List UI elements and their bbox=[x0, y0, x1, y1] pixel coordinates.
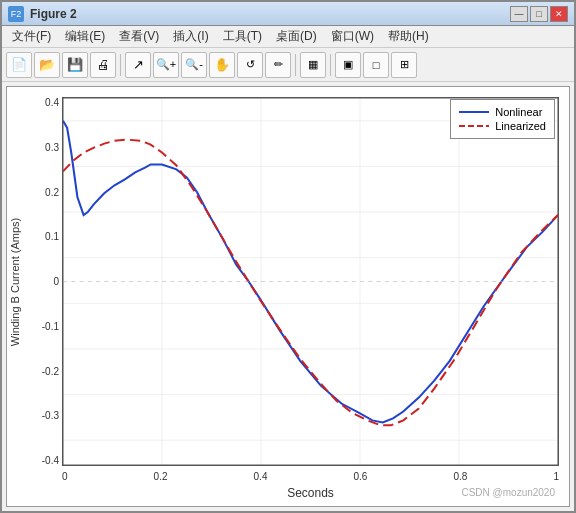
menu-insert[interactable]: 插入(I) bbox=[167, 26, 214, 47]
x-tick-0: 0 bbox=[62, 471, 68, 482]
nonlinear-curve bbox=[63, 121, 558, 423]
y-tick-5: -0.1 bbox=[42, 321, 59, 332]
y-tick-3: 0.1 bbox=[45, 231, 59, 242]
linearized-label: Linearized bbox=[495, 120, 546, 132]
menu-tools[interactable]: 工具(T) bbox=[217, 26, 268, 47]
legend-item-linearized: Linearized bbox=[459, 120, 546, 132]
toolbar-separator-3 bbox=[330, 54, 331, 76]
x-tick-4: 0.8 bbox=[453, 471, 467, 482]
legend-button[interactable]: ⊞ bbox=[391, 52, 417, 78]
select-tool-button[interactable]: ↗ bbox=[125, 52, 151, 78]
y-tick-6: -0.2 bbox=[42, 366, 59, 377]
plot-svg bbox=[63, 98, 558, 465]
legend: Nonlinear Linearized bbox=[450, 99, 555, 139]
title-controls: — □ ✕ bbox=[510, 6, 568, 22]
toolbar-separator-2 bbox=[295, 54, 296, 76]
menu-view[interactable]: 查看(V) bbox=[113, 26, 165, 47]
insert-colorbar-button[interactable]: ▦ bbox=[300, 52, 326, 78]
minimize-button[interactable]: — bbox=[510, 6, 528, 22]
x-tick-1: 0.2 bbox=[154, 471, 168, 482]
title-bar-left: F2 Figure 2 bbox=[8, 6, 77, 22]
window-icon: F2 bbox=[8, 6, 24, 22]
rotate-button[interactable]: ↺ bbox=[237, 52, 263, 78]
save-button[interactable]: 💾 bbox=[62, 52, 88, 78]
main-window: F2 Figure 2 — □ ✕ 文件(F) 编辑(E) 查看(V) 插入(I… bbox=[0, 0, 576, 513]
plot-box-button[interactable]: □ bbox=[363, 52, 389, 78]
menu-window[interactable]: 窗口(W) bbox=[325, 26, 380, 47]
x-tick-2: 0.4 bbox=[254, 471, 268, 482]
plot-canvas bbox=[62, 97, 559, 466]
zoom-out-button[interactable]: 🔍- bbox=[181, 52, 207, 78]
plot-area: Winding B Current (Amps) 0.4 0.3 0.2 0.1… bbox=[6, 86, 570, 507]
pan-button[interactable]: ✋ bbox=[209, 52, 235, 78]
y-tick-2: 0.2 bbox=[45, 187, 59, 198]
new-figure-button[interactable]: 📄 bbox=[6, 52, 32, 78]
axes-grid-button[interactable]: ▣ bbox=[335, 52, 361, 78]
nonlinear-legend-icon bbox=[459, 107, 489, 117]
x-tick-labels: 0 0.2 0.4 0.6 0.8 1 bbox=[62, 468, 559, 484]
open-button[interactable]: 📂 bbox=[34, 52, 60, 78]
legend-item-nonlinear: Nonlinear bbox=[459, 106, 546, 118]
menu-edit[interactable]: 编辑(E) bbox=[59, 26, 111, 47]
window-title: Figure 2 bbox=[30, 7, 77, 21]
y-tick-labels: 0.4 0.3 0.2 0.1 0 -0.1 -0.2 -0.3 -0.4 bbox=[13, 97, 59, 466]
linearized-legend-icon bbox=[459, 121, 489, 131]
x-tick-3: 0.6 bbox=[354, 471, 368, 482]
y-tick-1: 0.3 bbox=[45, 142, 59, 153]
title-bar: F2 Figure 2 — □ ✕ bbox=[2, 2, 574, 26]
y-tick-8: -0.4 bbox=[42, 455, 59, 466]
menu-file[interactable]: 文件(F) bbox=[6, 26, 57, 47]
print-button[interactable]: 🖨 bbox=[90, 52, 116, 78]
menu-help[interactable]: 帮助(H) bbox=[382, 26, 435, 47]
toolbar-separator-1 bbox=[120, 54, 121, 76]
maximize-button[interactable]: □ bbox=[530, 6, 548, 22]
watermark: CSDN @mozun2020 bbox=[461, 487, 555, 498]
linearized-curve bbox=[63, 140, 558, 426]
zoom-in-button[interactable]: 🔍+ bbox=[153, 52, 179, 78]
close-button[interactable]: ✕ bbox=[550, 6, 568, 22]
menu-desktop[interactable]: 桌面(D) bbox=[270, 26, 323, 47]
toolbar: 📄 📂 💾 🖨 ↗ 🔍+ 🔍- ✋ ↺ ✏ ▦ ▣ □ ⊞ bbox=[2, 48, 574, 82]
y-tick-4: 0 bbox=[53, 276, 59, 287]
x-tick-5: 1 bbox=[553, 471, 559, 482]
y-tick-0: 0.4 bbox=[45, 97, 59, 108]
data-cursor-button[interactable]: ✏ bbox=[265, 52, 291, 78]
menu-bar: 文件(F) 编辑(E) 查看(V) 插入(I) 工具(T) 桌面(D) 窗口(W… bbox=[2, 26, 574, 48]
y-tick-7: -0.3 bbox=[42, 410, 59, 421]
nonlinear-label: Nonlinear bbox=[495, 106, 542, 118]
